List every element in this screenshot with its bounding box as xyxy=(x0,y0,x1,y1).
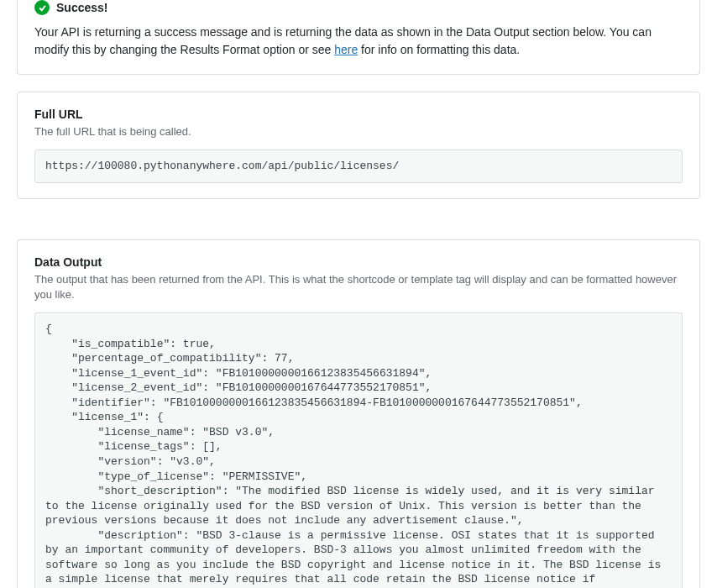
data-output-panel: Data Output The output that has been ret… xyxy=(17,239,700,588)
full-url-title: Full URL xyxy=(34,108,683,121)
data-output-title: Data Output xyxy=(34,255,683,269)
check-circle-icon xyxy=(34,0,50,15)
full-url-panel: Full URL The full URL that is being call… xyxy=(17,92,700,199)
success-help-link[interactable]: here xyxy=(334,43,358,56)
data-output-sub: The output that has been returned from t… xyxy=(34,272,683,302)
full-url-value: https://100080.pythonanywhere.com/api/pu… xyxy=(34,150,683,183)
full-url-sub: The full URL that is being called. xyxy=(34,124,683,139)
success-desc-after: for info on formatting this data. xyxy=(358,43,520,56)
success-description: Your API is returning a success message … xyxy=(34,24,683,59)
data-output-value: { "is_compatible": true, "percentage_of_… xyxy=(34,312,683,588)
success-header: Success! xyxy=(34,0,683,15)
success-panel: Success! Your API is returning a success… xyxy=(17,0,700,75)
success-title: Success! xyxy=(56,1,107,14)
